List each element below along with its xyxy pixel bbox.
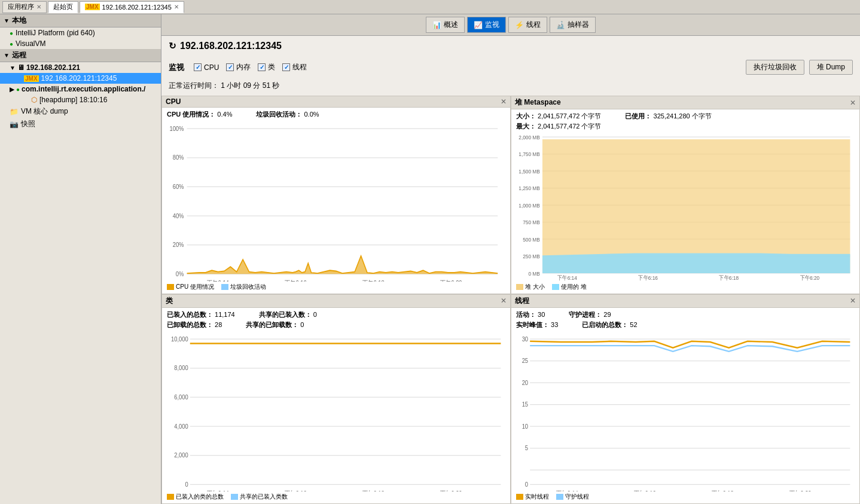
sampler-icon: 🔬 [556, 21, 565, 29]
vm-icon: 📁 [10, 108, 19, 116]
svg-text:下午6:14: 下午6:14 [556, 489, 578, 491]
arrow-icon2: ▼ [4, 52, 10, 59]
checkbox-thread[interactable]: ✓ 线程 [282, 62, 307, 72]
tab-overview[interactable]: 📊 概述 [426, 17, 465, 33]
monitor-label: 监视 [485, 20, 499, 30]
app-tab-close[interactable]: ✕ [36, 4, 41, 10]
sidebar-remote-header[interactable]: ▼ 远程 [0, 49, 161, 62]
metaspace-chart-close[interactable]: ✕ [850, 99, 856, 107]
cpu-usage-color [167, 284, 174, 290]
svg-text:1,250 MB: 1,250 MB [519, 185, 540, 192]
svg-text:下午6:16: 下午6:16 [285, 489, 307, 491]
threads-peak-stat: 实时峰值： 33 [516, 320, 558, 329]
metaspace-chart-svg: 2,000 MB 1,750 MB 1,500 MB 1,250 MB 1,00… [511, 133, 859, 282]
threads-live-legend-label: 实时线程 [525, 493, 549, 501]
svg-text:1,000 MB: 1,000 MB [519, 202, 540, 209]
classes-loaded-color [167, 494, 174, 500]
cpu-legend-gc: 垃圾回收活动 [221, 283, 266, 291]
monitor-header-row: 监视 ✓ CPU ✓ 内存 ✓ 类 [161, 56, 860, 78]
start-tab[interactable]: 起始页 [48, 1, 78, 13]
heap-max-stat: 最大： 2,041,577,472 个字节 [516, 123, 601, 130]
jmx-icon: JMX [85, 4, 100, 10]
svg-text:下午6:20: 下午6:20 [440, 279, 462, 282]
app-icon: ● [10, 30, 13, 36]
classes-chart-title: 类 [166, 296, 173, 306]
sidebar-item-jmx-selected[interactable]: JMX 192.168.202.121:12345 [0, 73, 161, 84]
app-tab[interactable]: 应用程序 ✕ [2, 1, 47, 13]
svg-text:下午6:20: 下午6:20 [789, 489, 812, 491]
monitor-icon: 📈 [474, 21, 483, 29]
cpu-legend-gc-label: 垃圾回收活动 [230, 283, 266, 291]
metaspace-chart-legend: 堆 大小 使用的 堆 [511, 282, 859, 294]
tab-sampler[interactable]: 🔬 抽样器 [550, 17, 596, 33]
sidebar-item-visualvm[interactable]: ● VisualVM [0, 38, 161, 49]
page-title-bar: ↻ 192.168.202.121:12345 [161, 36, 860, 56]
cpu-chart-legend: CPU 使用情况 垃圾回收活动 [162, 282, 510, 294]
svg-text:0 MB: 0 MB [528, 270, 539, 277]
heap-dump-button[interactable]: 堆 Dump [809, 60, 853, 75]
classes-loaded-legend: 已装入的类的总数 [167, 493, 224, 501]
uptime-label: 正常运行时间： [169, 81, 219, 90]
classes-chart-close[interactable]: ✕ [501, 297, 507, 305]
remote-tab[interactable]: JMX 192.168.202.121:12345 ✕ [80, 1, 184, 13]
tab-threads[interactable]: ⚡ 线程 [508, 17, 547, 33]
uptime-bar: 正常运行时间： 1 小时 09 分 51 秒 [161, 78, 860, 96]
classes-chart-legend: 已装入的类的总数 共享的已装入类数 [162, 491, 510, 503]
top-tab-bar: 应用程序 ✕ 起始页 JMX 192.168.202.121:12345 ✕ [0, 0, 860, 14]
sidebar-item-heapdump[interactable]: ⬡ [heapdump] 18:10:16 [0, 94, 161, 105]
remote-host-label: 192.168.202.121 [26, 63, 80, 72]
threads-chart-title: 线程 [515, 296, 529, 306]
classes-chart-svg: 10,000 8,000 6,000 4,000 2,000 0 下午6:14 … [162, 332, 510, 492]
svg-text:下午6:14: 下午6:14 [207, 489, 229, 491]
heap-used-legend: 使用的 堆 [552, 283, 587, 291]
cpu-legend-usage: CPU 使用情况 [167, 283, 214, 291]
refresh-icon[interactable]: ↻ [169, 41, 176, 51]
visualvm-icon: ● [10, 41, 13, 47]
local-section-label: 本地 [12, 16, 26, 26]
checkbox-memory[interactable]: ✓ 内存 [226, 62, 251, 72]
svg-text:下午6:18: 下午6:18 [712, 489, 734, 491]
svg-text:1,500 MB: 1,500 MB [519, 168, 540, 175]
threads-daemon-stat: 守护进程： 29 [569, 310, 611, 319]
snapshot-icon: 📷 [10, 120, 19, 129]
tab-monitor[interactable]: 📈 监视 [467, 17, 506, 33]
sidebar-item-snapshot[interactable]: 📷 快照 [0, 118, 161, 130]
threads-chart-body: 30 25 20 15 10 5 0 下午6:14 下午6:16 [511, 332, 859, 492]
remote-tab-close[interactable]: ✕ [174, 4, 179, 10]
svg-text:500 MB: 500 MB [523, 236, 540, 243]
svg-text:下午6:16: 下午6:16 [285, 279, 307, 282]
sidebar-header: ▼ 本地 [0, 14, 161, 28]
checkbox-class[interactable]: ✓ 类 [258, 62, 275, 72]
sidebar-item-com-intellij[interactable]: ▶ ● com.intellij.rt.execution.applicatio… [0, 84, 161, 94]
gc-button[interactable]: 执行垃圾回收 [746, 60, 804, 75]
classes-chart-panel: 类 ✕ 已装入的总数： 11,174 共享的已装入数： 0 已卸载的总数： 28… [161, 294, 511, 505]
cpu-chart-close[interactable]: ✕ [501, 97, 507, 106]
classes-shared-legend-label: 共享的已装入类数 [240, 493, 288, 501]
svg-text:1,750 MB: 1,750 MB [519, 151, 540, 158]
overview-label: 概述 [444, 20, 458, 30]
threads-daemon-legend-label: 守护线程 [565, 493, 589, 501]
checkboxes-bar: ✓ CPU ✓ 内存 ✓ 类 ✓ 线程 [194, 62, 307, 72]
app-tab-label: 应用程序 [8, 2, 34, 11]
visualvm-label: VisualVM [16, 39, 45, 48]
jmx-label: 192.168.202.121:12345 [41, 74, 117, 83]
threads-chart-close[interactable]: ✕ [850, 297, 856, 305]
threads-icon: ⚡ [515, 21, 524, 29]
svg-text:下午6:18: 下午6:18 [719, 274, 739, 281]
sidebar-item-remote-host[interactable]: ▼ 🖥 192.168.202.121 [0, 62, 161, 73]
svg-text:15: 15 [522, 401, 529, 408]
sidebar-item-vm-dump[interactable]: 📁 VM 核心 dump [0, 105, 161, 118]
svg-text:下午6:16: 下午6:16 [638, 274, 658, 281]
svg-text:250 MB: 250 MB [523, 253, 540, 259]
jmx-icon2: JMX [24, 75, 39, 82]
metaspace-chart-title: 堆 Metaspace [515, 97, 561, 108]
threads-label: 线程 [526, 20, 541, 30]
sidebar-item-intellij[interactable]: ● IntelliJ Platform (pid 640) [0, 28, 161, 38]
svg-text:20%: 20% [173, 242, 184, 249]
svg-text:30: 30 [522, 335, 529, 343]
svg-marker-16 [187, 256, 498, 274]
start-tab-label: 起始页 [53, 2, 73, 11]
checkbox-cpu[interactable]: ✓ CPU [194, 63, 219, 72]
svg-text:6,000: 6,000 [174, 393, 188, 401]
checkbox-thread-label: 线程 [292, 62, 307, 72]
